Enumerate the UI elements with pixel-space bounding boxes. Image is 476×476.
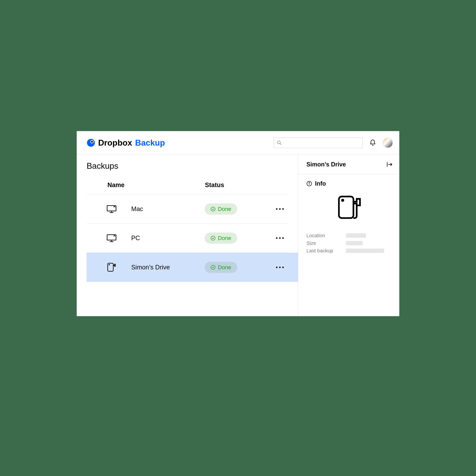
- table-row[interactable]: PC Done: [87, 224, 288, 253]
- status-label: Done: [218, 206, 231, 212]
- svg-point-18: [309, 182, 309, 183]
- check-circle-icon: [211, 265, 216, 270]
- sidebar-header: Simon’s Drive: [298, 154, 399, 174]
- check-circle-icon: [211, 207, 216, 212]
- more-actions-button[interactable]: [272, 237, 288, 239]
- external-drive-icon: [106, 262, 131, 272]
- sidebar-title: Simon’s Drive: [306, 161, 346, 168]
- field-label: Location: [306, 233, 346, 238]
- table-row-selected[interactable]: Simon’s Drive Done: [87, 253, 298, 282]
- search-input[interactable]: [274, 137, 363, 148]
- more-actions-button[interactable]: [272, 208, 288, 210]
- svg-point-12: [211, 236, 215, 240]
- svg-rect-20: [339, 197, 354, 218]
- svg-line-4: [280, 143, 281, 145]
- info-icon: [306, 181, 312, 187]
- table-row[interactable]: Mac Done: [87, 195, 288, 224]
- desktop-icon: [106, 205, 131, 213]
- info-section: Info Location Size: [298, 174, 399, 255]
- dropbox-logo-icon: [87, 138, 95, 147]
- svg-point-8: [211, 207, 215, 211]
- svg-point-14: [109, 264, 110, 265]
- row-name: Simon’s Drive: [131, 264, 204, 271]
- status-label: Done: [218, 264, 231, 271]
- details-sidebar: Simon’s Drive Info: [298, 154, 399, 316]
- field-label: Last backup: [306, 248, 346, 254]
- skeleton-placeholder: [346, 241, 363, 245]
- status-badge: Done: [204, 233, 237, 244]
- table-header: Name Status: [87, 176, 288, 195]
- page-title: Backups: [77, 161, 298, 176]
- main-panel: Backups Name Status Mac: [77, 154, 298, 316]
- info-heading: Info: [315, 180, 326, 187]
- column-status: Status: [205, 182, 288, 188]
- row-name: Mac: [131, 205, 204, 213]
- app-window: Dropbox Backup Backups Name: [77, 131, 399, 316]
- brand-product: Backup: [135, 138, 165, 148]
- status-label: Done: [218, 235, 231, 241]
- more-actions-button[interactable]: [272, 267, 288, 268]
- avatar[interactable]: [383, 138, 393, 148]
- field-label: Size: [306, 240, 346, 246]
- field-last-backup: Last backup: [306, 247, 391, 255]
- titlebar: Dropbox Backup: [77, 131, 399, 154]
- check-circle-icon: [211, 236, 216, 241]
- content: Backups Name Status Mac: [77, 154, 399, 316]
- field-size: Size: [306, 239, 391, 247]
- skeleton-placeholder: [346, 249, 384, 253]
- brand: Dropbox Backup: [87, 138, 165, 148]
- skeleton-placeholder: [346, 233, 366, 238]
- desktop-icon: [106, 234, 131, 242]
- status-badge: Done: [204, 262, 237, 273]
- field-location: Location: [306, 232, 391, 239]
- bell-icon[interactable]: [369, 139, 376, 146]
- row-name: PC: [131, 235, 204, 242]
- svg-rect-13: [108, 263, 113, 272]
- brand-name: Dropbox: [98, 138, 132, 148]
- svg-point-2: [91, 141, 93, 143]
- svg-point-3: [277, 141, 280, 144]
- svg-point-21: [342, 200, 343, 201]
- status-badge: Done: [204, 204, 237, 215]
- svg-point-15: [211, 265, 215, 269]
- column-name: Name: [107, 182, 205, 188]
- expand-icon[interactable]: [386, 161, 393, 168]
- external-drive-icon: [306, 187, 391, 232]
- search-icon: [277, 140, 282, 145]
